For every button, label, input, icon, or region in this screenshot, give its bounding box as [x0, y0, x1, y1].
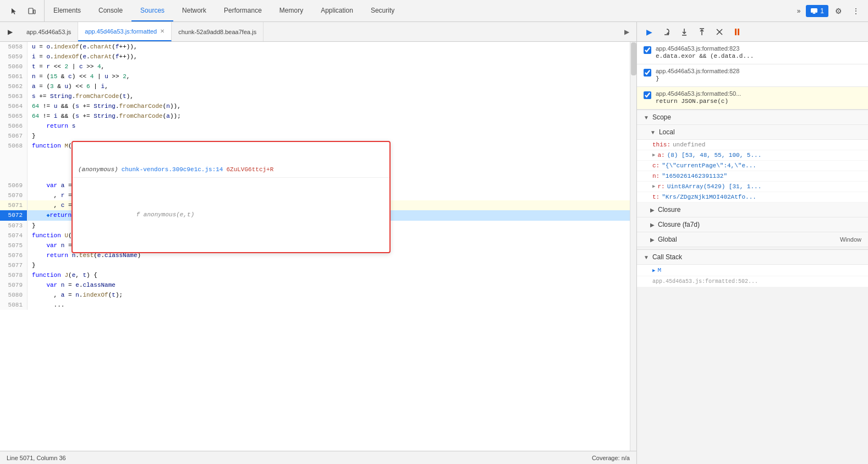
right-panel: ▶: [637, 22, 868, 464]
tooltip-link[interactable]: chunk-vendors.309c9e1c.js:14: [122, 165, 223, 174]
closure-header[interactable]: ▶ Closure: [637, 203, 868, 217]
scope-item-r[interactable]: ▶ r: Uint8Array(5429) [31, 1...: [637, 182, 868, 192]
breakpoint-item-1: app.45d46a53.js:formatted:823 e.data.exo…: [637, 42, 868, 64]
svg-rect-10: [735, 29, 737, 35]
file-tab-3-label: chunk-52a9add8.beaa7fea.js: [178, 29, 256, 35]
file-tab-1-label: app.45d46a53.js: [26, 29, 71, 35]
more-options-btn[interactable]: ⋮: [848, 3, 864, 19]
code-area[interactable]: 5058 u = o.indexOf(e.charAt(f++)), 5059 …: [0, 42, 636, 451]
file-tab-end[interactable]: ▶: [619, 24, 634, 40]
svg-rect-2: [811, 8, 817, 13]
call-tooltip: (anonymous) chunk-vendors.309c9e1c.js:14…: [72, 141, 391, 253]
scope-r-val: Uint8Array(5429) [31, 1...: [667, 183, 762, 190]
bp-3-checkbox[interactable]: [644, 91, 651, 99]
messages-badge-btn[interactable]: 1: [806, 5, 828, 17]
tab-elements[interactable]: Elements: [45, 0, 90, 21]
status-bar: Line 5071, Column 36 Coverage: n/a: [0, 451, 636, 464]
more-tabs-btn[interactable]: »: [794, 7, 804, 15]
tab-security[interactable]: Security: [362, 0, 403, 21]
sidebar-toggle[interactable]: ▶: [2, 24, 18, 40]
table-row: 5067 }: [0, 131, 636, 141]
main-nav-tabs: Elements Console Sources Network Perform…: [45, 0, 403, 21]
tooltip-extra-text: 6ZuLVG6ttcj+R: [226, 165, 273, 174]
editor-panel: ▶ app.45d46a53.js app.45d46a53.js:format…: [0, 22, 637, 464]
badge-count: 1: [820, 7, 824, 15]
tab-performance[interactable]: Performance: [215, 0, 271, 21]
call-stack-title: Call Stack: [652, 253, 682, 261]
scope-header[interactable]: ▼ Scope: [637, 110, 868, 125]
scope-c-val: "{\"currentPage\":4,\"e...: [662, 162, 756, 169]
tab-memory[interactable]: Memory: [271, 0, 312, 21]
call-stack-chevron: ▼: [644, 254, 649, 260]
file-tab-3[interactable]: chunk-52a9add8.beaa7fea.js: [172, 22, 263, 41]
bp-1-checkbox[interactable]: [644, 46, 651, 54]
settings-btn[interactable]: ⚙: [831, 3, 846, 19]
svg-rect-11: [738, 29, 739, 35]
devtools-toolbar: Elements Console Sources Network Perform…: [0, 0, 868, 22]
scope-title: Scope: [652, 113, 671, 121]
global-header[interactable]: ▶ Global Window: [637, 232, 868, 247]
breakpoints-list: app.45d46a53.js:formatted:823 e.data.exo…: [637, 42, 868, 110]
scope-item-t: t: "Krs/ZDgzNjk1MOI402Atfo...: [637, 192, 868, 203]
tooltip-func: f anonymous(e,t): [73, 198, 389, 232]
scope-item-a[interactable]: ▶ a: (8) [53, 48, 55, 100, 5...: [637, 150, 868, 161]
scrollbar-track[interactable]: [630, 42, 636, 451]
tab-console[interactable]: Console: [90, 0, 131, 21]
bp-3-code: return JSON.parse(c): [656, 97, 741, 106]
breakpoint-item-3: app.45d46a53.js:formatted:50... return J…: [637, 87, 868, 110]
callstack-item-m[interactable]: ▶ M: [637, 265, 868, 276]
table-row: 5061 n = (15 & c) << 4 | u >> 2,: [0, 72, 636, 81]
global-chevron: ▶: [650, 237, 655, 243]
step-into-btn[interactable]: [677, 24, 692, 40]
file-tab-1[interactable]: app.45d46a53.js: [20, 22, 78, 41]
tab-application[interactable]: Application: [312, 0, 362, 21]
breakpoint-item-2: app.45d46a53.js:formatted:828 }: [637, 64, 868, 87]
svg-rect-0: [29, 8, 33, 14]
scope-n-val: "1650261462391132": [662, 173, 727, 179]
tab-network[interactable]: Network: [173, 0, 215, 21]
device-toggle-btn[interactable]: [24, 3, 40, 19]
table-row: 5068 function M( (anonymous) chunk-vendo…: [0, 141, 636, 181]
table-row: 5059 i = o.indexOf(e.charAt(f++)),: [0, 52, 636, 62]
table-row: 5063 s += String.fromCharCode(t),: [0, 91, 636, 101]
tab-sources[interactable]: Sources: [131, 0, 173, 21]
pause-on-exception-btn[interactable]: [729, 24, 745, 40]
file-tabs-bar: ▶ app.45d46a53.js app.45d46a53.js:format…: [0, 22, 636, 42]
table-row: 5081 ...: [0, 300, 636, 310]
scope-item-this: this: undefined: [637, 140, 868, 150]
scope-this-val: undefined: [673, 141, 705, 148]
step-out-btn[interactable]: [694, 24, 710, 40]
right-panel-content[interactable]: app.45d46a53.js:formatted:823 e.data.exo…: [637, 42, 868, 464]
svg-rect-1: [34, 10, 35, 14]
local-header[interactable]: ▼ Local: [637, 125, 868, 140]
bp-2-checkbox[interactable]: [644, 69, 651, 77]
table-row: 5058 u = o.indexOf(e.charAt(f++)),: [0, 42, 636, 52]
table-row: 5064 64 != u && (s += String.fromCharCod…: [0, 101, 636, 111]
file-tab-2[interactable]: app.45d46a53.js:formatted ✕: [78, 22, 172, 41]
closure-fa7d-title: Closure (fa7d): [658, 221, 700, 228]
resume-btn[interactable]: ▶: [641, 24, 657, 40]
call-stack-section: ▼ Call Stack ▶ M app.45d46a53.js:formatt…: [637, 249, 868, 287]
callstack-item-more[interactable]: app.45d46a53.js:formatted:502...: [637, 276, 868, 287]
cursor-icon-btn[interactable]: [7, 3, 22, 19]
closure-fa7d-header[interactable]: ▶ Closure (fa7d): [637, 217, 868, 232]
closure-fa7d-chevron: ▶: [650, 222, 655, 228]
scope-a-val: (8) [53, 48, 55, 100, 5...: [667, 152, 762, 159]
step-over-btn[interactable]: [659, 24, 674, 40]
global-val: Window: [840, 236, 861, 243]
callstack-m-label: M: [657, 267, 661, 274]
main-container: ▶ app.45d46a53.js app.45d46a53.js:format…: [0, 22, 868, 464]
bp-1-file: app.45d46a53.js:formatted:823: [656, 45, 754, 52]
cursor-position: Line 5071, Column 36: [7, 455, 66, 461]
call-stack-header[interactable]: ▼ Call Stack: [637, 250, 868, 265]
bp-1-code: e.data.exor && (e.data.d...: [656, 52, 754, 61]
closure-title: Closure: [658, 206, 680, 214]
deactivate-btn[interactable]: [712, 24, 727, 40]
file-tab-2-close[interactable]: ✕: [160, 28, 164, 34]
scrollbar-thumb[interactable]: [631, 42, 636, 75]
local-chevron: ▼: [650, 129, 656, 135]
bp-3-file: app.45d46a53.js:formatted:50...: [656, 90, 741, 97]
table-row: 5078 function J(e, t) {: [0, 270, 636, 280]
scope-t-val: "Krs/ZDgzNjk1MOI402Atfo...: [662, 194, 756, 200]
bp-2-code: }: [656, 74, 739, 83]
